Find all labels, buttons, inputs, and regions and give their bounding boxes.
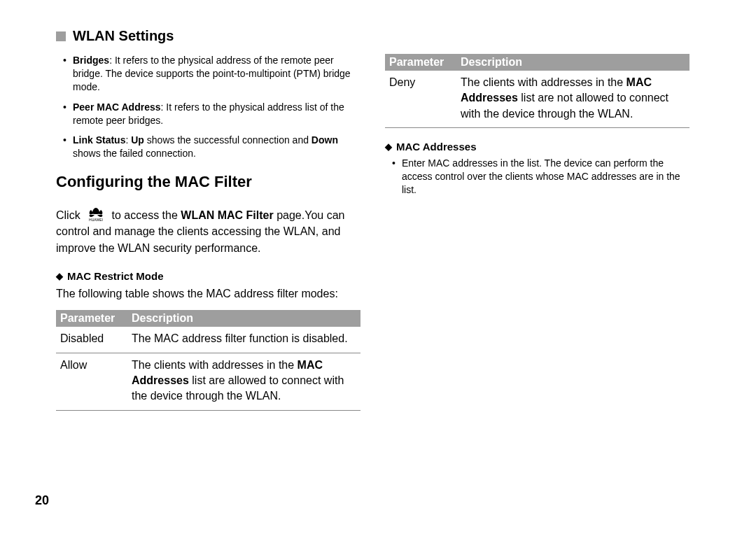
table-header-description: Description	[456, 54, 690, 71]
intro-post1: to access the	[112, 209, 181, 221]
page-title: WLAN Settings	[73, 28, 174, 44]
left-column: Bridges: It refers to the physical addre…	[56, 54, 360, 411]
page-header: WLAN Settings	[56, 28, 714, 44]
huawei-logo-icon: HUAWEI	[83, 206, 108, 222]
table-row: Deny The clients with addresses in the M…	[385, 71, 690, 128]
bullet-bold: Link Status	[73, 134, 125, 146]
header-square-icon	[56, 31, 66, 41]
cell-param: Disabled	[56, 327, 127, 353]
bullet-text: shows the failed connection.	[73, 148, 196, 159]
table-row: Disabled The MAC address filter function…	[56, 327, 360, 353]
cell-desc: The clients with addresses in the MAC Ad…	[127, 353, 360, 410]
mac-addresses-bullet-list: Enter MAC addresses in the list. The dev…	[385, 157, 690, 197]
two-column-layout: Bridges: It refers to the physical addre…	[56, 54, 714, 411]
bullet-peer-mac: Peer MAC Address: It refers to the physi…	[63, 101, 360, 127]
sub-heading-text: MAC Restrict Mode	[67, 270, 164, 282]
cell-desc-pre: The clients with addresses in the	[132, 359, 298, 371]
cell-desc: The clients with addresses in the MAC Ad…	[456, 71, 690, 128]
intro-paragraph: Click HUAWEI to access the WLAN MAC F	[56, 206, 360, 256]
cell-desc-pre: The clients with addresses in the	[461, 76, 626, 88]
table-row: Allow The clients with addresses in the …	[56, 353, 360, 410]
table-header-parameter: Parameter	[385, 54, 456, 71]
bullet-link-status: Link Status: Up shows the successful con…	[63, 134, 360, 160]
bullet-bridges: Bridges: It refers to the physical addre…	[63, 54, 360, 94]
diamond-icon: ◆	[385, 141, 392, 152]
sub-heading-desc: The following table shows the MAC addres…	[56, 286, 360, 302]
sub-heading-text: MAC Addresses	[396, 141, 476, 153]
sub-heading-mac-restrict: ◆MAC Restrict Mode	[56, 270, 360, 282]
diamond-icon: ◆	[56, 271, 63, 281]
right-column: Parameter Description Deny The clients w…	[385, 54, 690, 411]
section-heading: Configuring the MAC Filter	[56, 173, 360, 191]
bullet-bold: Peer MAC Address	[73, 101, 161, 113]
page-container: WLAN Settings Bridges: It refers to the …	[0, 0, 756, 536]
cell-param: Allow	[56, 353, 127, 410]
bullet-bold-3: Down	[312, 134, 338, 146]
cell-param: Deny	[385, 71, 456, 128]
table-header-parameter: Parameter	[56, 310, 127, 327]
bullet-bold-2: Up	[131, 134, 144, 146]
intro-bold: WLAN MAC Filter	[181, 209, 273, 221]
cell-desc: The MAC address filter function is disab…	[127, 327, 360, 353]
bullet-mac-addresses: Enter MAC addresses in the list. The dev…	[392, 157, 690, 197]
page-number: 20	[35, 493, 49, 508]
table-header-description: Description	[127, 310, 360, 327]
intro-pre: Click	[56, 209, 83, 221]
mac-restrict-table-cont: Parameter Description Deny The clients w…	[385, 54, 690, 128]
mac-restrict-table: Parameter Description Disabled The MAC a…	[56, 310, 360, 411]
bullet-text: : It refers to the physical address of t…	[73, 55, 351, 92]
sub-heading-mac-addresses: ◆MAC Addresses	[385, 141, 690, 153]
bullet-text: shows the successful connection and	[144, 134, 312, 146]
bullet-bold: Bridges	[73, 55, 109, 66]
top-bullet-list: Bridges: It refers to the physical addre…	[56, 54, 360, 160]
svg-text:HUAWEI: HUAWEI	[89, 218, 103, 222]
